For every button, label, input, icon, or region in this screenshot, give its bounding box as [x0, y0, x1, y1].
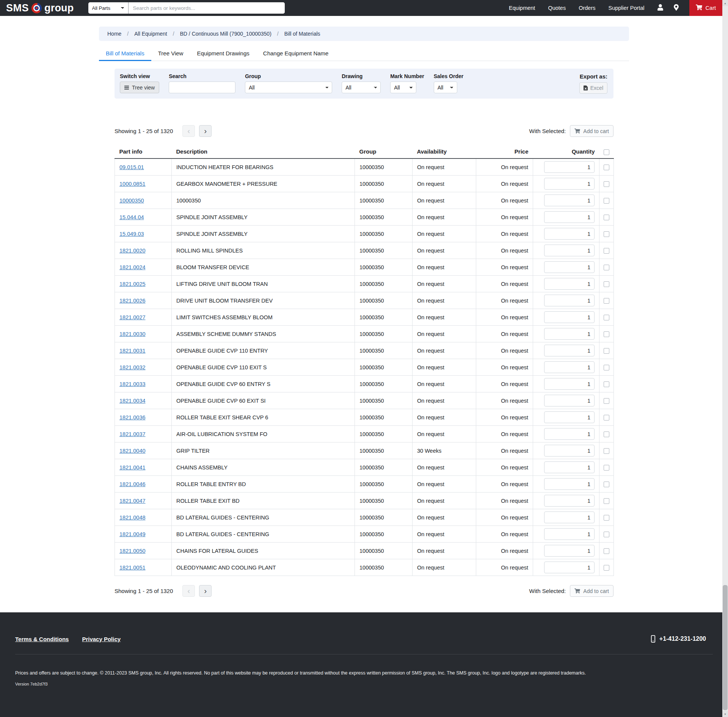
quantity-input[interactable]: [544, 378, 595, 390]
part-link[interactable]: 1821.0046: [119, 481, 146, 487]
part-link[interactable]: 10000350: [119, 198, 144, 204]
row-checkbox[interactable]: [604, 465, 609, 471]
tab-bill-of-materials[interactable]: Bill of Materials: [99, 46, 151, 61]
quantity-input[interactable]: [544, 511, 595, 523]
search-scope-select[interactable]: All Parts: [88, 2, 129, 14]
quantity-input[interactable]: [544, 345, 595, 356]
terms-and-conditions-link[interactable]: Terms & Conditions: [15, 636, 69, 642]
nav-link-supplier-portal[interactable]: Supplier Portal: [608, 5, 644, 11]
quantity-input[interactable]: [544, 562, 595, 573]
filter-search-input[interactable]: [169, 82, 235, 93]
part-link[interactable]: 1821.0030: [119, 331, 146, 337]
quantity-input[interactable]: [544, 528, 595, 540]
page-scrollbar[interactable]: ▲ ▼: [722, 0, 728, 717]
quantity-input[interactable]: [544, 178, 595, 190]
row-checkbox[interactable]: [604, 448, 609, 454]
quantity-input[interactable]: [544, 311, 595, 323]
part-link[interactable]: 1821.0049: [119, 531, 146, 537]
row-checkbox[interactable]: [604, 565, 609, 571]
row-checkbox[interactable]: [604, 215, 609, 220]
support-phone[interactable]: +1-412-231-1200: [651, 635, 706, 643]
location-pin-icon[interactable]: [674, 4, 679, 12]
part-link[interactable]: 1821.0025: [119, 281, 146, 287]
tab-change-equipment-name[interactable]: Change Equipment Name: [256, 46, 336, 61]
part-link[interactable]: 1821.0032: [119, 364, 146, 370]
part-link[interactable]: 1821.0031: [119, 348, 146, 354]
select-all-checkbox[interactable]: [604, 149, 609, 155]
scrollbar-up-arrow[interactable]: ▲: [722, 0, 728, 6]
part-link[interactable]: 1821.0048: [119, 515, 146, 521]
part-link[interactable]: 1821.0033: [119, 381, 146, 387]
row-checkbox[interactable]: [604, 281, 609, 287]
row-checkbox[interactable]: [604, 415, 609, 420]
group-select[interactable]: All: [245, 82, 332, 93]
part-link[interactable]: 1821.0047: [119, 498, 146, 504]
cart-button[interactable]: Cart: [689, 0, 722, 16]
export-excel-button[interactable]: Excel: [579, 82, 607, 94]
quantity-input[interactable]: [544, 278, 595, 290]
part-link[interactable]: 1821.0041: [119, 464, 146, 471]
quantity-input[interactable]: [544, 228, 595, 240]
quantity-input[interactable]: [544, 361, 595, 373]
row-checkbox[interactable]: [604, 298, 609, 304]
row-checkbox[interactable]: [604, 365, 609, 370]
row-checkbox[interactable]: [604, 431, 609, 437]
row-checkbox[interactable]: [604, 198, 609, 204]
part-link[interactable]: 1821.0026: [119, 298, 146, 304]
row-checkbox[interactable]: [604, 532, 609, 537]
add-to-cart-button[interactable]: Add to cart: [570, 585, 613, 597]
breadcrumb-equipment[interactable]: BD / Continuous Mill (7900_10000350): [180, 31, 271, 37]
part-link[interactable]: 1821.0050: [119, 548, 146, 554]
row-checkbox[interactable]: [604, 398, 609, 404]
next-page-button[interactable]: ›: [199, 125, 212, 137]
part-link[interactable]: 09.015.01: [119, 164, 144, 170]
nav-link-orders[interactable]: Orders: [579, 5, 595, 11]
quantity-input[interactable]: [544, 478, 595, 490]
part-link[interactable]: 1821.0036: [119, 414, 146, 420]
quantity-input[interactable]: [544, 461, 595, 473]
sales-order-select[interactable]: All: [434, 82, 457, 93]
quantity-input[interactable]: [544, 245, 595, 256]
tab-tree-view[interactable]: Tree View: [151, 46, 190, 61]
row-checkbox[interactable]: [604, 315, 609, 320]
privacy-policy-link[interactable]: Privacy Policy: [82, 636, 121, 642]
row-checkbox[interactable]: [604, 548, 609, 554]
part-link[interactable]: 1821.0034: [119, 398, 146, 404]
scrollbar-down-arrow[interactable]: ▼: [722, 711, 728, 717]
drawing-select[interactable]: All: [342, 82, 381, 93]
row-checkbox[interactable]: [604, 181, 609, 187]
row-checkbox[interactable]: [604, 482, 609, 487]
quantity-input[interactable]: [544, 161, 595, 173]
quantity-input[interactable]: [544, 195, 595, 206]
part-link[interactable]: 1821.0051: [119, 565, 146, 571]
row-checkbox[interactable]: [604, 265, 609, 270]
quantity-input[interactable]: [544, 211, 595, 223]
quantity-input[interactable]: [544, 295, 595, 306]
part-link[interactable]: 1821.0020: [119, 248, 146, 254]
global-search-input[interactable]: [129, 2, 285, 14]
part-link[interactable]: 15.049.03: [119, 231, 144, 237]
quantity-input[interactable]: [544, 545, 595, 557]
next-page-button[interactable]: ›: [199, 585, 212, 597]
breadcrumb-all-equipment[interactable]: All Equipment: [134, 31, 167, 37]
part-link[interactable]: 1821.0027: [119, 314, 146, 320]
quantity-input[interactable]: [544, 395, 595, 406]
tree-view-button[interactable]: Tree view: [120, 82, 159, 93]
quantity-input[interactable]: [544, 411, 595, 423]
row-checkbox[interactable]: [604, 515, 609, 521]
nav-link-quotes[interactable]: Quotes: [548, 5, 566, 11]
part-link[interactable]: 1821.0037: [119, 431, 146, 437]
row-checkbox[interactable]: [604, 348, 609, 354]
quantity-input[interactable]: [544, 261, 595, 273]
row-checkbox[interactable]: [604, 231, 609, 237]
tab-equipment-drawings[interactable]: Equipment Drawings: [190, 46, 256, 61]
sms-group-logo[interactable]: SMS group: [6, 2, 74, 14]
row-checkbox[interactable]: [604, 248, 609, 254]
row-checkbox[interactable]: [604, 165, 609, 170]
user-icon[interactable]: [657, 4, 663, 12]
add-to-cart-button[interactable]: Add to cart: [570, 125, 613, 137]
row-checkbox[interactable]: [604, 498, 609, 504]
quantity-input[interactable]: [544, 328, 595, 340]
quantity-input[interactable]: [544, 428, 595, 440]
part-link[interactable]: 1000.0851: [119, 181, 146, 187]
